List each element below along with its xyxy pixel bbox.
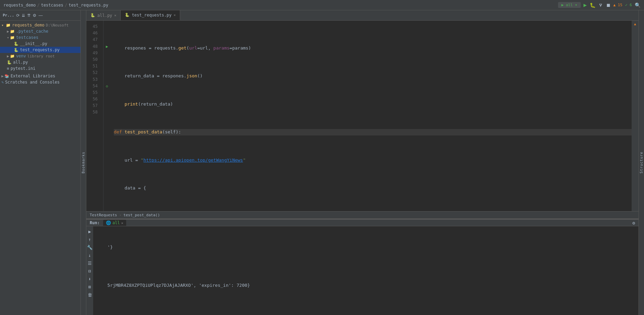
code-line-49: url = "https://api.apiopen.top/getWangYi… bbox=[114, 157, 632, 164]
right-gutter: ▲ bbox=[632, 21, 638, 211]
stop-button[interactable]: ⏹ bbox=[606, 2, 611, 8]
ln-46: 46 bbox=[86, 30, 100, 36]
expand-button[interactable]: ⇈ bbox=[27, 13, 31, 18]
trash-btn[interactable]: 🗑 bbox=[88, 292, 92, 297]
gutter-53 bbox=[103, 76, 110, 83]
all-py-label: all.py bbox=[13, 60, 28, 65]
tab-bar: 🐍 all.py ✕ 🐍 test_requests.py ✕ bbox=[86, 10, 638, 21]
project-tree: ▾ 📁 requests_demo D:\Neusoft ▶ 📁 .pytest… bbox=[0, 21, 80, 315]
gutter-57 bbox=[103, 102, 110, 109]
tree-root-path: D:\Neusoft bbox=[46, 23, 68, 28]
code-line-45: respones = requests.get(url=url, params=… bbox=[114, 45, 632, 51]
sort-btn[interactable]: ☰ bbox=[88, 261, 92, 266]
breadcrumb-item-3[interactable]: test_requests.py bbox=[68, 3, 108, 8]
gutter-47 bbox=[103, 36, 110, 43]
status-breadcrumb: TestRequests › test_post_data() bbox=[86, 211, 638, 219]
tree-item-scratches[interactable]: ✎ Scratches and Consoles bbox=[0, 79, 80, 85]
play-btn[interactable]: ▶ bbox=[88, 229, 91, 234]
folder-icon-pytest: 📁 bbox=[10, 29, 15, 34]
run-tab-close[interactable]: ✕ bbox=[121, 221, 123, 225]
bookmarks-bar: Bookmarks bbox=[81, 10, 86, 315]
pytest-cache-label: .pytest_cache bbox=[16, 29, 48, 34]
gutter-52 bbox=[103, 69, 110, 76]
scratches-label: Scratches and Consoles bbox=[5, 80, 60, 85]
settings-icon[interactable]: ⚙ bbox=[632, 220, 635, 226]
gutter-48[interactable]: ▶ bbox=[103, 43, 110, 50]
gutter-49 bbox=[103, 50, 110, 56]
collapse-icon: ▶ bbox=[7, 29, 9, 34]
ln-55: 55 bbox=[86, 89, 100, 96]
external-libs-label: External Libraries bbox=[11, 74, 55, 78]
tab-all-py-label: all.py bbox=[97, 13, 112, 18]
run-tab-all[interactable]: 🌐 all ✕ bbox=[103, 220, 126, 226]
close-tab-all[interactable]: ✕ bbox=[114, 13, 116, 17]
search-icon[interactable]: 🔍 bbox=[635, 2, 641, 8]
tree-item-test-requests[interactable]: 🐍 test_requests.py bbox=[0, 47, 80, 53]
debug-button[interactable]: 🐛 bbox=[590, 2, 596, 8]
output-line-3: 5rjMBR4Z8XZPTQiUPlqz7DJAjAJARXO', 'expir… bbox=[97, 282, 635, 289]
gutter-45 bbox=[103, 23, 110, 30]
run-button[interactable]: ▶ bbox=[583, 2, 587, 8]
top-bar-right: ▶ all ▾ ▶ 🐛 ⛛ ⏹ ▲ 15 ✓ 6 🔍 bbox=[558, 2, 641, 8]
expand-icon-ext: ▶ bbox=[1, 74, 4, 78]
init-label: __init__.py bbox=[20, 41, 47, 46]
top-section: 🐍 all.py ✕ 🐍 test_requests.py ✕ 45 46 bbox=[86, 10, 638, 219]
tree-item-pytest-ini[interactable]: ≡ pytest.ini bbox=[0, 65, 80, 72]
tree-root[interactable]: ▾ 📁 requests_demo D:\Neusoft bbox=[0, 22, 80, 28]
ln-57: 57 bbox=[86, 102, 100, 109]
warnings-badge[interactable]: ▲ 15 bbox=[613, 3, 623, 7]
ln-50: 50 bbox=[86, 56, 100, 63]
code-line-48: def test_post_data(self): bbox=[114, 129, 632, 135]
ok-badge[interactable]: ✓ 6 bbox=[625, 3, 632, 7]
venv-label: venv bbox=[16, 54, 26, 58]
libs-icon: 📚 bbox=[4, 74, 9, 78]
download-btn[interactable]: ⬇ bbox=[88, 276, 91, 282]
split-btn[interactable]: ⊞ bbox=[88, 284, 91, 290]
output-line-1: '} bbox=[97, 243, 635, 251]
tree-item-pytest-cache[interactable]: ▶ 📁 .pytest_cache bbox=[0, 28, 80, 34]
gutter-58 bbox=[103, 109, 110, 116]
project-toolbar: Pr... ⟳ ⇊ ⇈ ⚙ — bbox=[0, 10, 80, 21]
wrench-btn[interactable]: 🔧 bbox=[87, 245, 92, 250]
collapse-button[interactable]: ⇊ bbox=[22, 13, 25, 18]
run-config-selector[interactable]: ▶ all ▾ bbox=[558, 2, 581, 8]
scratches-icon: ✎ bbox=[1, 80, 4, 85]
hide-button[interactable]: — bbox=[39, 13, 43, 18]
breadcrumb-item-2[interactable]: testcases bbox=[41, 3, 63, 8]
gutter-55 bbox=[103, 89, 110, 96]
py-icon-tab1: 🐍 bbox=[90, 13, 95, 18]
tree-item-testcases[interactable]: ▾ 📁 testcases bbox=[0, 34, 80, 41]
code-area: 45 46 47 48 49 50 51 52 53 54 55 56 57 5… bbox=[86, 21, 638, 211]
folder-icon-testcases: 📁 bbox=[10, 35, 15, 40]
tree-item-all-py[interactable]: 🐍 all.py bbox=[0, 59, 80, 65]
py-icon-test: 🐍 bbox=[14, 48, 19, 52]
editor-right: Bookmarks 🐍 all.py ✕ 🐍 test_requests.py … bbox=[81, 10, 644, 315]
tree-item-init[interactable]: 🐍 __init__.py bbox=[0, 41, 80, 47]
run-tab-icon: 🌐 bbox=[106, 220, 111, 225]
close-tab-test[interactable]: ✕ bbox=[174, 13, 176, 17]
tree-item-venv[interactable]: ▶ 📁 venv library root bbox=[0, 53, 80, 59]
code-line-47: print(return_data) bbox=[114, 101, 632, 108]
ln-58: 58 bbox=[86, 109, 100, 116]
tab-test-requests[interactable]: 🐍 test_requests.py ✕ bbox=[121, 10, 180, 20]
run-output[interactable]: '} 5rjMBR4Z8XZPTQiUPlqz7DJAjAJARXO', 'ex… bbox=[93, 226, 638, 315]
tree-item-external-libs[interactable]: ▶ 📚 External Libraries bbox=[0, 73, 80, 79]
folder-icon: ▾ 📁 bbox=[1, 23, 11, 28]
settings-button[interactable]: ⚙ bbox=[33, 13, 36, 18]
py-icon-tab2: 🐍 bbox=[125, 13, 130, 17]
bookmarks-label: Bookmarks bbox=[81, 152, 85, 173]
down-btn[interactable]: ↓ bbox=[88, 253, 91, 258]
ln-54: 54 bbox=[86, 83, 100, 89]
sync-button[interactable]: ⟳ bbox=[16, 13, 20, 18]
ln-56: 56 bbox=[86, 96, 100, 102]
code-content[interactable]: respones = requests.get(url=url, params=… bbox=[110, 21, 632, 211]
warning-marker: ▲ bbox=[634, 22, 636, 26]
gutter-56 bbox=[103, 96, 110, 102]
ln-45: 45 bbox=[86, 23, 100, 30]
coverage-button[interactable]: ⛛ bbox=[598, 2, 603, 8]
up-btn[interactable]: ↑ bbox=[88, 237, 91, 242]
filter-btn[interactable]: ⊟ bbox=[88, 269, 91, 274]
breadcrumb-item-1[interactable]: requests_demo bbox=[3, 3, 36, 8]
tab-all-py[interactable]: 🐍 all.py ✕ bbox=[86, 10, 121, 20]
structure-bar: Structure bbox=[638, 10, 644, 315]
